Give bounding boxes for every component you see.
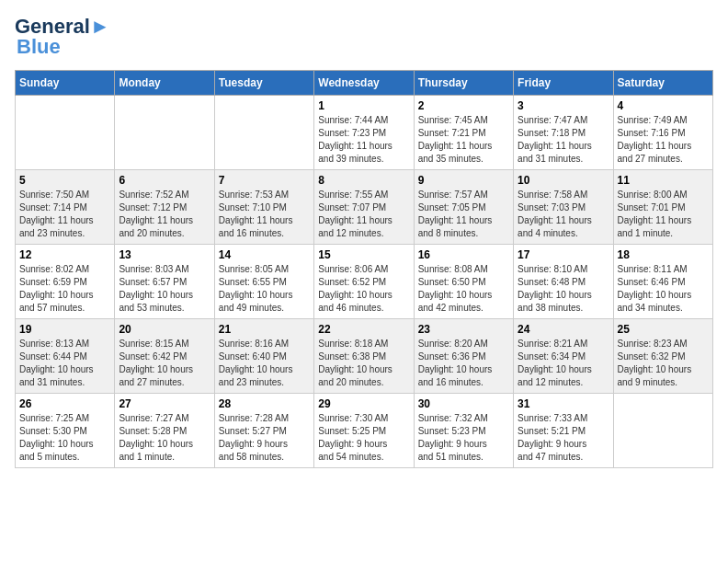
day-cell: 25Sunrise: 8:23 AMSunset: 6:32 PMDayligh… bbox=[613, 319, 712, 394]
day-info: Sunrise: 8:23 AMSunset: 6:32 PMDaylight:… bbox=[618, 338, 709, 389]
logo: General► Blue bbox=[15, 15, 110, 59]
day-info: Sunrise: 8:05 AMSunset: 6:55 PMDaylight:… bbox=[219, 263, 310, 315]
day-info: Sunrise: 7:58 AMSunset: 7:03 PMDaylight:… bbox=[518, 189, 609, 240]
day-cell: 12Sunrise: 8:02 AMSunset: 6:59 PMDayligh… bbox=[16, 245, 115, 319]
day-info: Sunrise: 8:03 AMSunset: 6:57 PMDaylight:… bbox=[119, 263, 210, 315]
day-info: Sunrise: 8:18 AMSunset: 6:38 PMDaylight:… bbox=[318, 338, 409, 389]
day-number: 13 bbox=[119, 248, 210, 261]
day-number: 10 bbox=[518, 174, 609, 187]
day-number: 20 bbox=[119, 323, 210, 336]
day-info: Sunrise: 7:55 AMSunset: 7:07 PMDaylight:… bbox=[318, 189, 409, 240]
day-info: Sunrise: 7:57 AMSunset: 7:05 PMDaylight:… bbox=[418, 189, 509, 240]
header-friday: Friday bbox=[514, 71, 613, 96]
day-cell: 13Sunrise: 8:03 AMSunset: 6:57 PMDayligh… bbox=[115, 245, 214, 319]
header-saturday: Saturday bbox=[613, 71, 712, 96]
day-cell: 1Sunrise: 7:44 AMSunset: 7:23 PMDaylight… bbox=[314, 96, 414, 170]
day-number: 17 bbox=[518, 248, 609, 261]
day-number: 2 bbox=[418, 99, 509, 112]
day-number: 8 bbox=[318, 174, 409, 187]
day-info: Sunrise: 8:13 AMSunset: 6:44 PMDaylight:… bbox=[19, 338, 110, 389]
day-cell: 14Sunrise: 8:05 AMSunset: 6:55 PMDayligh… bbox=[214, 245, 313, 319]
day-number: 15 bbox=[318, 248, 409, 261]
day-info: Sunrise: 7:33 AMSunset: 5:21 PMDaylight:… bbox=[518, 412, 609, 464]
day-info: Sunrise: 8:02 AMSunset: 6:59 PMDaylight:… bbox=[19, 263, 110, 315]
day-info: Sunrise: 8:21 AMSunset: 6:34 PMDaylight:… bbox=[518, 338, 609, 389]
day-cell: 17Sunrise: 8:10 AMSunset: 6:48 PMDayligh… bbox=[514, 245, 613, 319]
day-number: 11 bbox=[618, 174, 709, 187]
day-info: Sunrise: 7:27 AMSunset: 5:28 PMDaylight:… bbox=[119, 412, 210, 464]
day-info: Sunrise: 8:15 AMSunset: 6:42 PMDaylight:… bbox=[119, 338, 210, 389]
day-cell: 7Sunrise: 7:53 AMSunset: 7:10 PMDaylight… bbox=[214, 170, 313, 245]
header-row: SundayMondayTuesdayWednesdayThursdayFrid… bbox=[16, 71, 713, 96]
day-cell: 10Sunrise: 7:58 AMSunset: 7:03 PMDayligh… bbox=[514, 170, 613, 245]
day-info: Sunrise: 7:49 AMSunset: 7:16 PMDaylight:… bbox=[618, 114, 709, 166]
day-cell: 24Sunrise: 8:21 AMSunset: 6:34 PMDayligh… bbox=[514, 319, 613, 394]
day-cell: 6Sunrise: 7:52 AMSunset: 7:12 PMDaylight… bbox=[115, 170, 214, 245]
day-cell: 2Sunrise: 7:45 AMSunset: 7:21 PMDaylight… bbox=[414, 96, 513, 170]
day-info: Sunrise: 7:30 AMSunset: 5:25 PMDaylight:… bbox=[318, 412, 409, 464]
day-number: 29 bbox=[318, 397, 409, 410]
day-info: Sunrise: 8:10 AMSunset: 6:48 PMDaylight:… bbox=[518, 263, 609, 315]
day-number: 16 bbox=[418, 248, 509, 261]
day-cell: 18Sunrise: 8:11 AMSunset: 6:46 PMDayligh… bbox=[613, 245, 712, 319]
logo-blue: Blue bbox=[17, 35, 61, 59]
day-cell: 31Sunrise: 7:33 AMSunset: 5:21 PMDayligh… bbox=[514, 394, 613, 468]
day-number: 6 bbox=[119, 174, 210, 187]
header-monday: Monday bbox=[115, 71, 214, 96]
day-cell: 27Sunrise: 7:27 AMSunset: 5:28 PMDayligh… bbox=[115, 394, 214, 468]
day-info: Sunrise: 7:53 AMSunset: 7:10 PMDaylight:… bbox=[219, 189, 310, 240]
day-number: 24 bbox=[518, 323, 609, 336]
week-row-4: 19Sunrise: 8:13 AMSunset: 6:44 PMDayligh… bbox=[16, 319, 713, 394]
day-cell: 20Sunrise: 8:15 AMSunset: 6:42 PMDayligh… bbox=[115, 319, 214, 394]
day-info: Sunrise: 7:47 AMSunset: 7:18 PMDaylight:… bbox=[518, 114, 609, 166]
day-cell: 9Sunrise: 7:57 AMSunset: 7:05 PMDaylight… bbox=[414, 170, 513, 245]
day-number: 1 bbox=[318, 99, 409, 112]
day-cell bbox=[16, 96, 115, 170]
day-info: Sunrise: 8:08 AMSunset: 6:50 PMDaylight:… bbox=[418, 263, 509, 315]
week-row-3: 12Sunrise: 8:02 AMSunset: 6:59 PMDayligh… bbox=[16, 245, 713, 319]
day-number: 30 bbox=[418, 397, 509, 410]
header-sunday: Sunday bbox=[16, 71, 115, 96]
day-info: Sunrise: 7:28 AMSunset: 5:27 PMDaylight:… bbox=[219, 412, 310, 464]
day-cell: 29Sunrise: 7:30 AMSunset: 5:25 PMDayligh… bbox=[314, 394, 414, 468]
day-number: 27 bbox=[119, 397, 210, 410]
day-info: Sunrise: 8:11 AMSunset: 6:46 PMDaylight:… bbox=[618, 263, 709, 315]
day-cell: 23Sunrise: 8:20 AMSunset: 6:36 PMDayligh… bbox=[414, 319, 513, 394]
day-cell bbox=[214, 96, 313, 170]
day-cell: 21Sunrise: 8:16 AMSunset: 6:40 PMDayligh… bbox=[214, 319, 313, 394]
day-number: 3 bbox=[518, 99, 609, 112]
day-number: 9 bbox=[418, 174, 509, 187]
day-cell bbox=[613, 394, 712, 468]
header-tuesday: Tuesday bbox=[214, 71, 313, 96]
day-number: 26 bbox=[19, 397, 110, 410]
day-number: 7 bbox=[219, 174, 310, 187]
day-info: Sunrise: 7:44 AMSunset: 7:23 PMDaylight:… bbox=[318, 114, 409, 166]
day-number: 19 bbox=[19, 323, 110, 336]
day-cell: 11Sunrise: 8:00 AMSunset: 7:01 PMDayligh… bbox=[613, 170, 712, 245]
day-info: Sunrise: 8:16 AMSunset: 6:40 PMDaylight:… bbox=[219, 338, 310, 389]
day-cell: 28Sunrise: 7:28 AMSunset: 5:27 PMDayligh… bbox=[214, 394, 313, 468]
day-cell: 4Sunrise: 7:49 AMSunset: 7:16 PMDaylight… bbox=[613, 96, 712, 170]
day-info: Sunrise: 7:32 AMSunset: 5:23 PMDaylight:… bbox=[418, 412, 509, 464]
header-wednesday: Wednesday bbox=[314, 71, 414, 96]
day-cell bbox=[115, 96, 214, 170]
day-number: 22 bbox=[318, 323, 409, 336]
day-info: Sunrise: 7:50 AMSunset: 7:14 PMDaylight:… bbox=[19, 189, 110, 240]
day-cell: 22Sunrise: 8:18 AMSunset: 6:38 PMDayligh… bbox=[314, 319, 414, 394]
day-cell: 8Sunrise: 7:55 AMSunset: 7:07 PMDaylight… bbox=[314, 170, 414, 245]
day-number: 4 bbox=[618, 99, 709, 112]
day-info: Sunrise: 8:20 AMSunset: 6:36 PMDaylight:… bbox=[418, 338, 509, 389]
day-cell: 15Sunrise: 8:06 AMSunset: 6:52 PMDayligh… bbox=[314, 245, 414, 319]
day-number: 12 bbox=[19, 248, 110, 261]
day-number: 28 bbox=[219, 397, 310, 410]
day-number: 18 bbox=[618, 248, 709, 261]
day-number: 31 bbox=[518, 397, 609, 410]
day-cell: 26Sunrise: 7:25 AMSunset: 5:30 PMDayligh… bbox=[16, 394, 115, 468]
calendar-table: SundayMondayTuesdayWednesdayThursdayFrid… bbox=[15, 70, 713, 468]
day-number: 14 bbox=[219, 248, 310, 261]
day-cell: 16Sunrise: 8:08 AMSunset: 6:50 PMDayligh… bbox=[414, 245, 513, 319]
day-number: 23 bbox=[418, 323, 509, 336]
page-header: General► Blue bbox=[15, 15, 713, 59]
header-thursday: Thursday bbox=[414, 71, 513, 96]
week-row-5: 26Sunrise: 7:25 AMSunset: 5:30 PMDayligh… bbox=[16, 394, 713, 468]
